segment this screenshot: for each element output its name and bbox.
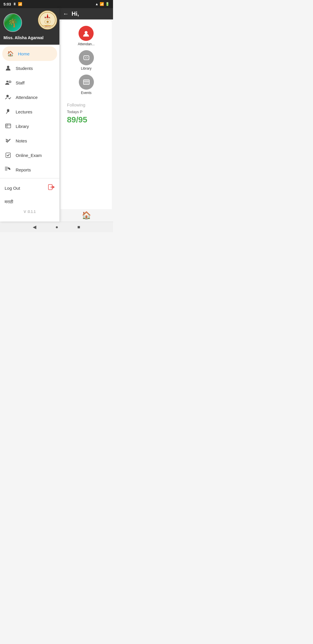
back-button[interactable]: ← bbox=[63, 10, 69, 17]
status-time: 5:03 bbox=[3, 2, 11, 6]
app-layout: 🌴 शि.प्र.स. 🦁 अहमदनगर Miss. Alis bbox=[0, 8, 113, 222]
sidebar-item-students[interactable]: Students bbox=[0, 61, 59, 75]
main-cards-area: Attendan... Library Events Follo bbox=[61, 21, 112, 209]
attendance-icon bbox=[5, 94, 12, 101]
sidebar-item-home[interactable]: 🏠 Home bbox=[2, 46, 57, 61]
following-title: Following bbox=[67, 102, 105, 107]
svg-text:अहमदनगर: अहमदनगर bbox=[45, 25, 51, 27]
version-text: V :0.1.1 bbox=[0, 207, 59, 217]
bottom-home-area: 🏠 bbox=[59, 209, 113, 222]
online-exam-icon bbox=[5, 152, 12, 159]
sidebar-item-library[interactable]: Library bbox=[0, 119, 59, 133]
todays-label: Todays P bbox=[67, 110, 105, 114]
school-logo: शि.प्र.स. 🦁 अहमदनगर bbox=[38, 10, 57, 30]
svg-rect-20 bbox=[6, 153, 10, 158]
sidebar-item-lectures[interactable]: Lectures bbox=[0, 104, 59, 119]
notes-icon bbox=[5, 137, 12, 144]
following-section: Following Todays P 89/95 bbox=[64, 100, 108, 127]
quick-icon-attendance[interactable]: Attendan... bbox=[78, 26, 94, 46]
sidebar-item-reports-label: Reports bbox=[16, 167, 31, 172]
drawer-header: 🌴 शि.प्र.स. 🦁 अहमदनगर Miss. Alis bbox=[0, 8, 59, 45]
svg-point-11 bbox=[10, 82, 10, 82]
main-content: ← Hi, Attendan... Library bbox=[59, 8, 113, 222]
logout-button[interactable]: Log Out bbox=[0, 180, 59, 196]
sidebar-item-students-label: Students bbox=[16, 66, 33, 71]
sim-icon: 📶 bbox=[18, 2, 22, 6]
students-icon bbox=[5, 65, 12, 72]
svg-text:शि.प्र.स.: शि.प्र.स. bbox=[44, 17, 50, 19]
sidebar-item-attendance-label: Attendance bbox=[16, 95, 38, 100]
language-selector[interactable]: मराठी bbox=[0, 196, 59, 207]
quick-icons-section: Attendan... Library Events bbox=[63, 23, 110, 98]
svg-rect-7 bbox=[7, 66, 9, 67]
drawer-nav: 🏠 Home Students Staff bbox=[0, 45, 59, 222]
sidebar-item-attendance[interactable]: Attendance bbox=[0, 90, 59, 104]
sidebar-item-staff-label: Staff bbox=[16, 80, 25, 85]
svg-point-9 bbox=[6, 81, 8, 82]
svg-rect-27 bbox=[86, 57, 87, 59]
logout-icon bbox=[48, 184, 55, 192]
home-bottom-icon[interactable]: 🏠 bbox=[82, 211, 91, 220]
svg-text:🦁: 🦁 bbox=[46, 21, 49, 23]
avatar: 🌴 bbox=[3, 13, 22, 32]
svg-point-24 bbox=[85, 31, 88, 34]
svg-rect-29 bbox=[84, 80, 89, 84]
home-nav-button[interactable]: ● bbox=[53, 223, 61, 231]
svg-point-12 bbox=[6, 95, 9, 97]
library-icon bbox=[5, 123, 12, 130]
reports-icon bbox=[5, 166, 12, 173]
pause-icon: ⏸ bbox=[13, 2, 16, 6]
home-icon: 🏠 bbox=[7, 50, 14, 57]
sidebar-item-home-label: Home bbox=[18, 51, 30, 56]
library-quick-label: Library bbox=[81, 66, 92, 70]
language-label: मराठी bbox=[5, 199, 13, 204]
lectures-icon bbox=[5, 108, 12, 115]
attendance-circle bbox=[79, 26, 94, 41]
attendance-number: 89/95 bbox=[67, 115, 105, 124]
main-topbar: ← Hi, bbox=[59, 8, 113, 19]
back-nav-button[interactable]: ◀ bbox=[30, 223, 39, 231]
sidebar-item-library-label: Library bbox=[16, 124, 29, 129]
battery-icon: 🔋 bbox=[105, 2, 110, 6]
bottom-navigation: ◀ ● ■ bbox=[0, 222, 113, 232]
school-emblem-svg: शि.प्र.स. 🦁 अहमदनगर bbox=[39, 12, 56, 28]
staff-icon bbox=[5, 79, 12, 86]
signal-icon: 📶 bbox=[100, 2, 104, 6]
library-circle bbox=[79, 50, 94, 65]
logout-label: Log Out bbox=[5, 186, 20, 191]
sidebar-item-reports[interactable]: Reports bbox=[0, 162, 59, 177]
wifi-icon: ▲ bbox=[95, 2, 99, 6]
sidebar-item-notes-label: Notes bbox=[16, 138, 27, 143]
sidebar-item-staff[interactable]: Staff bbox=[0, 75, 59, 90]
events-circle bbox=[79, 75, 94, 90]
svg-point-21 bbox=[7, 169, 9, 171]
recent-nav-button[interactable]: ■ bbox=[75, 223, 83, 231]
divider bbox=[0, 178, 59, 178]
sidebar-item-online-exam[interactable]: Online_Exam bbox=[0, 148, 59, 162]
svg-rect-14 bbox=[8, 109, 9, 112]
avatar-image: 🌴 bbox=[8, 18, 18, 28]
main-title: Hi, bbox=[72, 10, 79, 17]
sidebar-item-online-exam-label: Online_Exam bbox=[16, 153, 42, 158]
quick-icon-library[interactable]: Library bbox=[79, 50, 94, 70]
sidebar-item-lectures-label: Lectures bbox=[16, 109, 32, 114]
status-bar: 5:03 ⏸ 📶 ▲ 📶 🔋 bbox=[0, 0, 113, 8]
events-quick-label: Events bbox=[81, 91, 92, 95]
sidebar-drawer: 🌴 शि.प्र.स. 🦁 अहमदनगर Miss. Alis bbox=[0, 8, 59, 222]
attendance-quick-label: Attendan... bbox=[78, 42, 94, 46]
quick-icon-events[interactable]: Events bbox=[79, 75, 94, 95]
sidebar-item-notes[interactable]: Notes bbox=[0, 133, 59, 148]
drawer-user-name: Miss. Alisha Agarwal bbox=[3, 35, 43, 40]
